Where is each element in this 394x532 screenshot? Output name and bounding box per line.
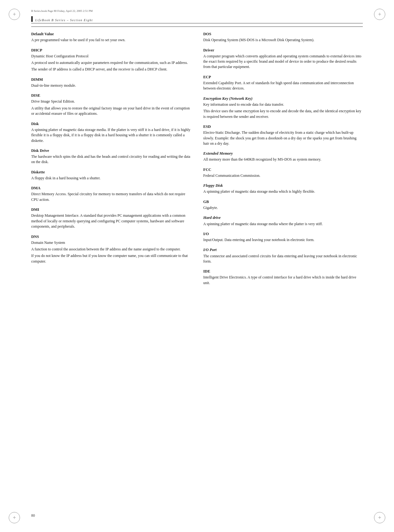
entry-body: Disk Operating System (MS-DOS is a Micro… — [203, 37, 363, 43]
entry-body: The hardware which spins the disk and ha… — [31, 154, 191, 165]
entry-body: A pre programmed value to be used if you… — [31, 37, 191, 43]
entry-body: Federal Communication Commission. — [203, 173, 363, 178]
entry-title: Floppy Disk — [203, 183, 363, 188]
entry-disk-drive: Disk Drive The hardware which spins the … — [31, 148, 191, 165]
entry-encryption-key: Encryption Key (Network Key) Key informa… — [203, 96, 363, 119]
entry-dhcp: DHCP Dynamic Host Configuration Protocol… — [31, 47, 191, 72]
entry-body: The connector and associated control cir… — [203, 254, 363, 264]
corner-mark-tr — [374, 9, 385, 20]
section-header: LifeBook B Series – Section Eight — [31, 16, 363, 23]
entry-body: A computer program which converts applic… — [203, 54, 363, 70]
header-divider — [31, 27, 363, 27]
entry-title: DISE — [31, 93, 191, 98]
entry-body: Input/Output. Data entering and leaving … — [203, 237, 363, 243]
entry-diskette: Diskette A floppy disk in a hard housing… — [31, 169, 191, 181]
entry-body: All memory more than the 640KB recognize… — [203, 157, 363, 162]
entry-title: I/O Port — [203, 247, 363, 253]
entry-title: Default Value — [31, 31, 191, 37]
entry-body: A spinning platter of magnetic data stor… — [203, 221, 363, 227]
entry-hard-drive: Hard drive A spinning platter of magneti… — [203, 215, 363, 227]
entry-body: Direct Memory Access. Special circuitry … — [31, 191, 191, 202]
entry-title: ECP — [203, 74, 363, 80]
entry-title: Disk — [31, 121, 191, 127]
entry-ecp: ECP Extended Capability Port. A set of s… — [203, 74, 363, 91]
entry-disk: Disk A spinning platter of magnetic data… — [31, 121, 191, 143]
header-marker — [31, 16, 33, 22]
entry-io-port: I/O Port The connector and associated co… — [203, 247, 363, 264]
entry-body: Drive Image Special Edition. A utility t… — [31, 99, 191, 116]
entry-ide: IDE Intelligent Drive Electronics. A typ… — [203, 268, 363, 286]
entry-title: DNS — [31, 234, 191, 239]
section-title: LifeBook B Series – Section Eight — [35, 18, 93, 22]
entry-driver: Driver A computer program which converts… — [203, 47, 363, 70]
entry-title: IDE — [203, 268, 363, 274]
entry-title: DOS — [203, 31, 363, 37]
print-info: B Series.book Page 80 Friday, April 22, … — [31, 9, 363, 12]
entry-title: Disk Drive — [31, 148, 191, 153]
entry-default-value: Default Value A pre programmed value to … — [31, 31, 191, 43]
entry-body: Key information used to encode data for … — [203, 102, 363, 119]
entry-title: Diskette — [31, 169, 191, 175]
entry-dimm: DIMM Dual-in-line memory module. — [31, 77, 191, 89]
entry-body: Intelligent Drive Electronics. A type of… — [203, 275, 363, 286]
left-column: Default Value A pre programmed value to … — [31, 31, 191, 507]
page: B Series.book Page 80 Friday, April 22, … — [0, 0, 394, 532]
right-column: DOS Disk Operating System (MS-DOS is a M… — [203, 31, 363, 507]
entry-dma: DMA Direct Memory Access. Special circui… — [31, 185, 191, 202]
entry-dise: DISE Drive Image Special Edition. A util… — [31, 93, 191, 116]
entry-body: Extended Capability Port. A set of stand… — [203, 80, 363, 91]
entry-fcc: FCC Federal Communication Commission. — [203, 167, 363, 179]
entry-dos: DOS Disk Operating System (MS-DOS is a M… — [203, 31, 363, 43]
entry-body: Gigabyte. — [203, 205, 363, 210]
page-number: 80 — [31, 513, 35, 518]
entry-body: Desktop Management Interface. A standard… — [31, 213, 191, 229]
entry-gb: GB Gigabyte. — [203, 199, 363, 211]
entry-title: Encryption Key (Network Key) — [203, 96, 363, 101]
entry-body: A floppy disk in a hard housing with a s… — [31, 176, 191, 181]
entry-title: FCC — [203, 167, 363, 172]
entry-dns: DNS Domain Name System A function to con… — [31, 234, 191, 264]
entry-title: Driver — [203, 47, 363, 53]
entry-title: DMI — [31, 207, 191, 212]
entry-title: ESD — [203, 124, 363, 129]
corner-mark-bl — [9, 512, 20, 523]
entry-body: Dynamic Host Configuration Protocol A pr… — [31, 54, 191, 72]
entry-title: DHCP — [31, 47, 191, 53]
entry-title: GB — [203, 199, 363, 205]
entry-body: Electro-Static Discharge. The sudden dis… — [203, 130, 363, 146]
entry-extended-memory: Extended Memory All memory more than the… — [203, 151, 363, 162]
entry-body: Domain Name System A function to control… — [31, 240, 191, 264]
entry-title: DMA — [31, 185, 191, 191]
entry-io: I/O Input/Output. Data entering and leav… — [203, 231, 363, 243]
entry-floppy-disk: Floppy Disk A spinning platter of magnet… — [203, 183, 363, 195]
entry-body: Dual-in-line memory module. — [31, 83, 191, 88]
entry-title: Hard drive — [203, 215, 363, 220]
entry-title: Extended Memory — [203, 151, 363, 156]
entry-body: A spinning platter of magnetic data stor… — [31, 127, 191, 143]
entry-title: I/O — [203, 231, 363, 237]
entry-body: A spinning platter of magnetic data stor… — [203, 189, 363, 194]
corner-mark-br — [374, 512, 385, 523]
entry-dmi: DMI Desktop Management Interface. A stan… — [31, 207, 191, 229]
entry-title: DIMM — [31, 77, 191, 82]
entry-esd: ESD Electro-Static Discharge. The sudden… — [203, 124, 363, 146]
content-area: Default Value A pre programmed value to … — [31, 31, 363, 507]
corner-mark-tl — [9, 9, 20, 20]
